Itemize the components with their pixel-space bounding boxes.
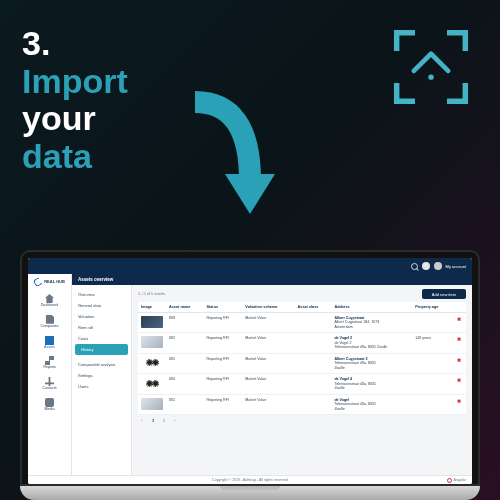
delete-row-button[interactable]: ✖ (452, 353, 466, 373)
brand-mark-icon (33, 277, 44, 288)
copyright: Copyright © 2019 - Adelcap - All rights … (212, 478, 288, 482)
assets-table: Image Asset name Status Valuation scheme… (138, 302, 466, 415)
col-name[interactable]: Asset name (166, 302, 203, 313)
laptop-bezel: My account REAL HUB Dashboard Companies … (20, 250, 480, 486)
reports-icon (45, 356, 54, 365)
col-age[interactable]: Property age (412, 302, 452, 313)
delete-row-button[interactable]: ✖ (452, 333, 466, 353)
cell-address: Albert CuypstraatAlbert Cuypstraat 184, … (331, 313, 412, 333)
svg-point-0 (428, 74, 433, 79)
pager: ‹ 1 2 › (138, 415, 466, 423)
subnav-history[interactable]: History (75, 344, 128, 355)
table-row[interactable]: 002Reporting RFIMarket Valuede Vogel 2de… (138, 333, 466, 353)
cell-class (295, 313, 332, 333)
cell-age: 140 years (412, 333, 452, 353)
gear-icon (147, 381, 152, 386)
pager-next[interactable]: › (171, 418, 179, 423)
col-address[interactable]: Address (331, 302, 412, 313)
sidebar-item-dashboard[interactable]: Dashboard (30, 292, 69, 310)
search-icon[interactable] (411, 263, 418, 270)
avatar[interactable] (434, 262, 442, 270)
cell-age (412, 374, 452, 394)
building-icon (45, 315, 54, 324)
sidebar-item-contacts[interactable]: Contacts (30, 375, 69, 393)
col-scheme[interactable]: Valuation scheme (242, 302, 294, 313)
cell-address: de Vogel 2de Vogel 2Telemannstraat 40a, … (331, 333, 412, 353)
account-label[interactable]: My account (446, 264, 466, 269)
col-image[interactable]: Image (138, 302, 166, 313)
cell-address: de VogelTelemannstraat 40a, 8031Zwolle (331, 394, 412, 414)
gear-icon (153, 360, 158, 365)
laptop-base (20, 486, 480, 500)
cell-name: 005 (166, 353, 203, 373)
sidebar-item-assets[interactable]: Assets (30, 334, 69, 352)
pager-1[interactable]: 1 (149, 418, 157, 423)
add-item-button[interactable]: Add new item (422, 289, 466, 299)
table-row[interactable]: 005Reporting RFIMarket ValueAlbert Cuyps… (138, 353, 466, 373)
subnav-valuation[interactable]: Valuation (72, 311, 131, 322)
sidebar-item-reports[interactable]: Reports (30, 354, 69, 372)
cell-class (295, 333, 332, 353)
gear-icon (147, 360, 152, 365)
brand-logo-icon (392, 28, 470, 106)
cell-name: 003 (166, 313, 203, 333)
cell-status: Reporting RFI (203, 353, 242, 373)
delete-row-button[interactable]: ✖ (452, 374, 466, 394)
cell-name: 004 (166, 374, 203, 394)
asset-thumb (141, 316, 163, 328)
sidebar-item-companies[interactable]: Companies (30, 313, 69, 331)
cell-status: Reporting RFI (203, 394, 242, 414)
home-icon (45, 294, 54, 303)
cell-class (295, 353, 332, 373)
brand[interactable]: REAL HUB (34, 278, 65, 286)
subnav-general[interactable]: General data (72, 300, 131, 311)
asset-thumb (141, 377, 163, 389)
col-class[interactable]: Asset class (295, 302, 332, 313)
cell-status: Reporting RFI (203, 374, 242, 394)
delete-row-button[interactable]: ✖ (452, 313, 466, 333)
cell-age (412, 394, 452, 414)
asset-thumb (141, 336, 163, 348)
cell-scheme: Market Value (242, 333, 294, 353)
pager-2[interactable]: 2 (160, 418, 168, 423)
notifications-icon[interactable] (422, 262, 430, 270)
breadcrumb: Assets overview (72, 274, 472, 285)
table-row[interactable]: 003Reporting RFIMarket ValueAlbert Cuyps… (138, 313, 466, 333)
cell-age (412, 313, 452, 333)
sub-nav: Overview General data Valuation Rent rol… (72, 285, 132, 475)
cell-class (295, 374, 332, 394)
cell-scheme: Market Value (242, 374, 294, 394)
table-row[interactable]: 001Reporting RFIMarket Valuede VogelTele… (138, 394, 466, 414)
angular-icon (447, 478, 452, 483)
assets-icon (45, 336, 54, 345)
subnav-users[interactable]: Users (72, 381, 131, 392)
cell-name: 002 (166, 333, 203, 353)
subnav-rentroll[interactable]: Rent roll (72, 322, 131, 333)
powered-by: Angular (447, 478, 466, 483)
page-title: Assets overview (78, 277, 113, 282)
cell-class (295, 394, 332, 414)
col-status[interactable]: Status (203, 302, 242, 313)
app-topbar: My account (28, 258, 472, 274)
delete-row-button[interactable]: ✖ (452, 394, 466, 414)
brand-text: REAL HUB (44, 280, 65, 284)
subnav-settings[interactable]: Settings (72, 370, 131, 381)
cell-scheme: Market Value (242, 394, 294, 414)
subnav-comparable[interactable]: Comparable analysis (72, 359, 131, 370)
sidebar: REAL HUB Dashboard Companies Assets Repo… (28, 274, 72, 475)
laptop-mockup: My account REAL HUB Dashboard Companies … (20, 250, 480, 500)
cell-scheme: Market Value (242, 353, 294, 373)
subnav-overview[interactable]: Overview (72, 289, 131, 300)
media-icon (45, 398, 54, 407)
app-screen: My account REAL HUB Dashboard Companies … (28, 258, 472, 484)
pager-prev[interactable]: ‹ (138, 418, 146, 423)
cell-name: 001 (166, 394, 203, 414)
arrow-icon (185, 90, 295, 230)
contacts-icon (45, 377, 54, 386)
data-panel: 1 - 5 of 5 results Add new item Image As… (132, 285, 472, 475)
subnav-costs[interactable]: Costs (72, 333, 131, 344)
table-row[interactable]: 004Reporting RFIMarket Valuede Vogel 4Te… (138, 374, 466, 394)
cell-address: Albert Cuypstraat 3Telemannstraat 40a, 8… (331, 353, 412, 373)
cell-address: de Vogel 4Telemannstraat 40a, 8031Zwolle (331, 374, 412, 394)
sidebar-item-media[interactable]: Media (30, 396, 69, 414)
